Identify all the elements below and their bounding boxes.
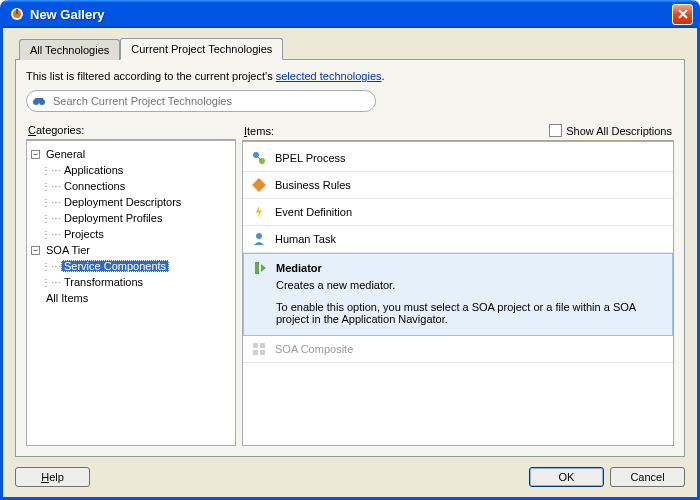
search-box[interactable] <box>26 90 376 112</box>
columns: Categories: − General ⋮⋯Applications ⋮⋯C… <box>26 122 674 446</box>
svg-rect-12 <box>260 343 265 348</box>
categories-label: ategories: <box>36 124 84 136</box>
svg-rect-11 <box>253 343 258 348</box>
event-icon <box>251 204 267 220</box>
item-label: Business Rules <box>275 179 351 191</box>
tree-node-general[interactable]: − General <box>31 146 231 162</box>
search-input[interactable] <box>51 94 367 108</box>
categories-header: Categories: <box>26 122 236 140</box>
bpel-icon <box>251 150 267 166</box>
show-all-wrap[interactable]: Show All Descriptions <box>549 124 672 137</box>
items-header: Items: Show All Descriptions <box>242 122 674 141</box>
item-human-task[interactable]: Human Task <box>243 226 673 253</box>
categories-column: Categories: − General ⋮⋯Applications ⋮⋯C… <box>26 122 236 446</box>
items-label: tems: <box>247 125 274 137</box>
tree-node-transformations[interactable]: ⋮⋯Transformations <box>31 274 231 290</box>
item-bpel-process[interactable]: BPEL Process <box>243 145 673 172</box>
help-button[interactable]: Help <box>15 467 90 487</box>
item-business-rules[interactable]: Business Rules <box>243 172 673 199</box>
tree-node-soa-tier[interactable]: − SOA Tier <box>31 242 231 258</box>
item-event-definition[interactable]: Event Definition <box>243 199 673 226</box>
tab-current-project-technologies[interactable]: Current Project Technologies <box>120 38 283 60</box>
window-title: New Gallery <box>30 7 672 22</box>
composite-icon <box>251 341 267 357</box>
tab-all-technologies[interactable]: All Technologies <box>19 39 120 60</box>
item-label: Event Definition <box>275 206 352 218</box>
tree-node-service-components[interactable]: ⋮⋯Service Components <box>31 258 231 274</box>
tree-node-applications[interactable]: ⋮⋯Applications <box>31 162 231 178</box>
button-bar: Help OK Cancel <box>3 457 697 497</box>
item-label: BPEL Process <box>275 152 346 164</box>
content-area: All Technologies Current Project Technol… <box>3 28 697 457</box>
svg-rect-2 <box>16 9 18 14</box>
tree-node-projects[interactable]: ⋮⋯Projects <box>31 226 231 242</box>
svg-rect-8 <box>252 178 266 192</box>
tree-node-deployment-descriptors[interactable]: ⋮⋯Deployment Descriptors <box>31 194 231 210</box>
item-note: To enable this option, you must select a… <box>276 301 664 325</box>
ok-button[interactable]: OK <box>529 467 604 487</box>
binoculars-icon <box>31 93 47 109</box>
dialog-window: New Gallery All Technologies Current Pro… <box>0 0 700 500</box>
filter-text-prefix: This list is filtered according to the c… <box>26 70 276 82</box>
show-all-label: Show All Descriptions <box>566 125 672 137</box>
cancel-button[interactable]: Cancel <box>610 467 685 487</box>
tab-strip: All Technologies Current Project Technol… <box>19 38 685 59</box>
item-mediator[interactable]: Mediator Creates a new mediator. To enab… <box>243 253 673 336</box>
item-soa-composite: SOA Composite <box>243 336 673 363</box>
svg-rect-13 <box>253 350 258 355</box>
collapse-icon[interactable]: − <box>31 246 40 255</box>
selected-technologies-link[interactable]: selected technologies <box>276 70 382 82</box>
human-task-icon <box>251 231 267 247</box>
item-label: Mediator <box>276 262 322 274</box>
tree-node-connections[interactable]: ⋮⋯Connections <box>31 178 231 194</box>
show-all-checkbox[interactable] <box>549 124 562 137</box>
titlebar: New Gallery <box>3 0 697 28</box>
rules-icon <box>251 177 267 193</box>
svg-rect-5 <box>35 98 43 101</box>
tree-node-deployment-profiles[interactable]: ⋮⋯Deployment Profiles <box>31 210 231 226</box>
svg-point-9 <box>256 233 262 239</box>
item-label: SOA Composite <box>275 343 353 355</box>
close-button[interactable] <box>672 4 693 25</box>
items-list[interactable]: BPEL Process Business Rules Event Defini… <box>242 141 674 446</box>
svg-rect-10 <box>255 262 259 274</box>
mediator-icon <box>252 260 268 276</box>
svg-rect-14 <box>260 350 265 355</box>
item-label: Human Task <box>275 233 336 245</box>
tree-node-all-items[interactable]: All Items <box>31 290 231 306</box>
categories-tree[interactable]: − General ⋮⋯Applications ⋮⋯Connections ⋮… <box>26 140 236 446</box>
filter-text-suffix: . <box>382 70 385 82</box>
filter-description: This list is filtered according to the c… <box>26 70 674 82</box>
app-icon <box>9 6 25 22</box>
item-description: Creates a new mediator. <box>276 279 664 291</box>
items-column: Items: Show All Descriptions BPEL Proces… <box>242 122 674 446</box>
main-panel: This list is filtered according to the c… <box>15 59 685 457</box>
collapse-icon[interactable]: − <box>31 150 40 159</box>
